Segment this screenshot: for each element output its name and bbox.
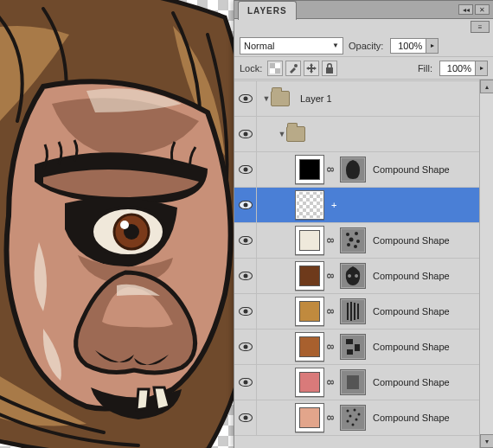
svg-point-8: [346, 233, 349, 236]
disclosure-arrow[interactable]: ▼: [278, 130, 286, 138]
layer-thumbnail[interactable]: [295, 261, 324, 291]
mask-thumbnail[interactable]: [340, 369, 366, 395]
layer-row[interactable]: +: [234, 187, 493, 223]
svg-point-7: [294, 64, 298, 67]
folder-icon: [286, 126, 305, 142]
lock-all-button[interactable]: [322, 61, 337, 76]
opacity-label: Opacity:: [349, 41, 383, 51]
lock-transparency-button[interactable]: [267, 61, 283, 76]
svg-point-20: [347, 420, 349, 423]
layer-thumbnail[interactable]: [295, 226, 324, 255]
link-icon[interactable]: 8: [325, 165, 336, 174]
link-icon[interactable]: 8: [325, 378, 336, 387]
layer-row-group[interactable]: ▼: [234, 116, 493, 152]
opacity-value: 100%: [398, 41, 422, 51]
mask-thumbnail[interactable]: [340, 298, 366, 324]
layer-row-root[interactable]: ▼Layer 1: [234, 80, 493, 117]
layer-thumbnail[interactable]: [295, 190, 324, 220]
layer-row[interactable]: 8Compound Shape: [234, 258, 493, 294]
visibility-toggle[interactable]: [234, 152, 257, 187]
scroll-up-button[interactable]: ▴: [480, 80, 493, 93]
visibility-toggle[interactable]: [234, 81, 257, 116]
layer-thumbnail[interactable]: [295, 403, 324, 432]
svg-point-18: [349, 415, 352, 418]
link-icon[interactable]: 8: [325, 307, 336, 316]
mask-thumbnail[interactable]: [340, 227, 366, 253]
eye-icon: [239, 272, 253, 280]
stepper-icon: ▸: [480, 64, 483, 72]
fill-label: Fill:: [418, 63, 432, 74]
stepper-icon: ▸: [431, 42, 434, 49]
mask-thumbnail[interactable]: [340, 263, 366, 289]
visibility-toggle[interactable]: [234, 330, 257, 364]
layer-name[interactable]: Compound Shape: [373, 235, 493, 246]
move-arrows-icon: [306, 63, 317, 74]
layer-thumbnail[interactable]: [295, 155, 324, 184]
layer-name[interactable]: Compound Shape: [373, 164, 493, 175]
eye-icon: [239, 413, 253, 422]
opacity-stepper[interactable]: ▸: [426, 38, 439, 54]
tab-layers-label: LAYERS: [247, 6, 287, 16]
lock-position-button[interactable]: [304, 61, 319, 76]
layer-name[interactable]: Compound Shape: [373, 377, 493, 387]
visibility-toggle[interactable]: [234, 294, 257, 329]
fill-stepper[interactable]: ▸: [476, 61, 488, 76]
mask-thumbnail[interactable]: [340, 334, 366, 360]
blend-mode-select[interactable]: Normal ▼: [240, 37, 343, 54]
visibility-toggle[interactable]: [234, 188, 257, 222]
layer-thumbnail[interactable]: [295, 332, 324, 362]
transparency-grid-icon: [270, 63, 280, 74]
svg-point-19: [355, 419, 358, 421]
disclosure-arrow[interactable]: ▼: [262, 94, 271, 103]
layer-name[interactable]: Layer 1: [300, 93, 493, 104]
eye-icon: [239, 130, 253, 138]
link-icon[interactable]: 8: [325, 413, 336, 422]
link-icon[interactable]: 8: [325, 272, 336, 280]
eye-icon: [239, 307, 253, 316]
eye-icon: [239, 165, 253, 174]
layer-row[interactable]: 8Compound Shape: [234, 151, 493, 188]
panel-tab-bar: LAYERS ◂◂ ✕: [234, 0, 493, 19]
layer-name[interactable]: Compound Shape: [373, 271, 493, 281]
scroll-down-button[interactable]: ▾: [480, 434, 493, 448]
layer-name[interactable]: Compound Shape: [373, 413, 493, 423]
layers-list: ▼Layer 1▼8Compound Shape + 8Compound Sha…: [234, 80, 493, 448]
panel-collapse-button[interactable]: ◂◂: [458, 4, 473, 15]
lock-image-button[interactable]: [285, 61, 301, 76]
visibility-toggle[interactable]: [234, 365, 257, 400]
svg-rect-5: [270, 63, 275, 68]
layer-row[interactable]: 8Compound Shape: [234, 400, 493, 436]
link-icon[interactable]: 8: [325, 342, 336, 351]
eye-icon: [239, 94, 253, 103]
layer-row[interactable]: 8Compound Shape: [234, 329, 493, 365]
layer-name[interactable]: +: [331, 200, 493, 210]
layers-scrollbar[interactable]: ▴ ▾: [479, 80, 493, 448]
svg-point-12: [347, 243, 350, 246]
visibility-toggle[interactable]: [234, 223, 257, 258]
svg-rect-14: [347, 375, 359, 389]
layer-thumbnail[interactable]: [295, 368, 324, 397]
panel-close-button[interactable]: ✕: [475, 4, 490, 15]
visibility-toggle[interactable]: [234, 400, 257, 435]
visibility-toggle[interactable]: [234, 117, 257, 151]
blend-opacity-row: Normal ▼ Opacity: 100% ▸: [234, 35, 493, 57]
panel-menu-button[interactable]: ≡: [471, 21, 490, 33]
mask-thumbnail[interactable]: [340, 157, 366, 182]
padlock-icon: [323, 61, 336, 76]
visibility-toggle[interactable]: [234, 259, 257, 293]
layer-name[interactable]: Compound Shape: [373, 342, 493, 352]
svg-point-9: [355, 232, 358, 235]
tab-layers[interactable]: LAYERS: [238, 1, 297, 20]
layer-name[interactable]: Compound Shape: [373, 306, 493, 317]
svg-point-15: [347, 410, 349, 413]
fill-input[interactable]: 100%: [439, 61, 476, 76]
opacity-input[interactable]: 100%: [390, 38, 426, 54]
document-canvas[interactable]: [0, 0, 234, 448]
layer-row[interactable]: 8Compound Shape: [234, 293, 493, 330]
link-icon[interactable]: 8: [325, 236, 336, 245]
layer-row[interactable]: 8Compound Shape: [234, 222, 493, 259]
layer-thumbnail[interactable]: [295, 297, 324, 326]
menu-icon: ≡: [478, 23, 483, 31]
mask-thumbnail[interactable]: [340, 405, 366, 431]
layer-row[interactable]: 8Compound Shape: [234, 364, 493, 400]
